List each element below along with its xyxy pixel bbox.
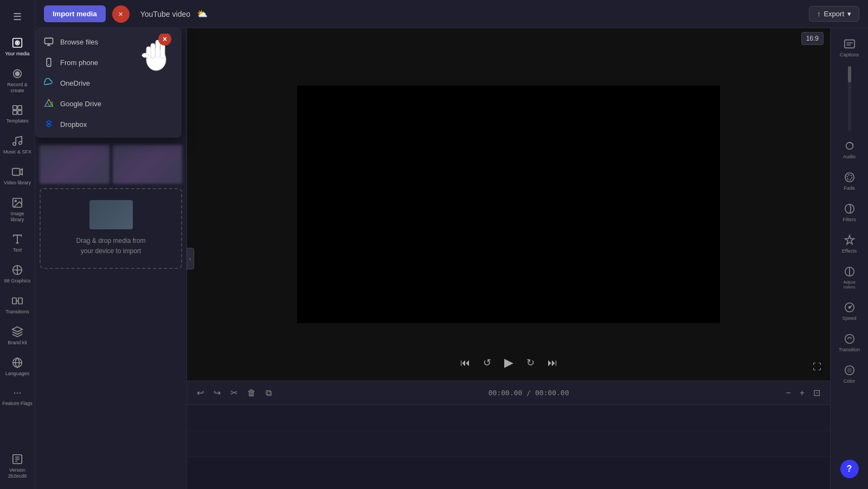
svg-rect-11 bbox=[12, 169, 20, 176]
sidebar-item-label: Brand kit bbox=[8, 340, 27, 346]
right-panel-color[interactable]: Color bbox=[831, 359, 868, 389]
duplicate-button[interactable]: ⧉ bbox=[262, 386, 275, 400]
music-icon bbox=[11, 135, 23, 147]
timeline-toolbar: ↩ ↪ ✂ 🗑 ⧉ 00:00.00 / 00:00.00 − + ⊡ bbox=[187, 381, 830, 405]
dropdown-from-phone[interactable]: From phone bbox=[35, 52, 182, 73]
transition-label: Transition bbox=[839, 347, 860, 352]
sidebar: ☰ Your media Record &create Templates bbox=[0, 0, 35, 489]
delete-button[interactable]: 🗑 bbox=[244, 386, 259, 400]
fade-label: Fade bbox=[844, 185, 855, 191]
media-icon bbox=[11, 37, 23, 49]
undo-button[interactable]: ↩ bbox=[194, 385, 207, 400]
sidebar-item-music-sfx[interactable]: Music & SFX bbox=[0, 130, 35, 160]
sidebar-item-label: Version2b2ecd6 bbox=[8, 467, 27, 479]
time-separator: / bbox=[526, 389, 531, 397]
drag-drop-text: Drag & drop media from your device to im… bbox=[76, 236, 145, 256]
sidebar-item-brand-kit[interactable]: Brand kit bbox=[0, 320, 35, 351]
phone-icon bbox=[44, 57, 54, 67]
svg-point-54 bbox=[847, 368, 851, 372]
right-panel-audio[interactable]: Audio bbox=[831, 134, 868, 165]
media-thumb bbox=[40, 145, 110, 184]
help-button[interactable]: ? bbox=[840, 460, 859, 478]
skip-back-button[interactable]: ⏮ bbox=[458, 355, 472, 371]
drag-drop-area: Drag & drop media from your device to im… bbox=[40, 188, 182, 268]
sidebar-item-video-library[interactable]: Video library bbox=[0, 160, 35, 191]
filters-label: Filters bbox=[843, 217, 856, 222]
timeline-track bbox=[187, 431, 830, 457]
timeline-track bbox=[187, 405, 830, 431]
main: Import media × YouTube video ⛅ ↑ Export … bbox=[35, 0, 868, 489]
close-icon: × bbox=[119, 10, 123, 18]
computer-icon bbox=[44, 37, 54, 47]
effects-label: Effects bbox=[842, 248, 857, 254]
right-panel-captions[interactable]: Captions bbox=[831, 33, 868, 63]
cut-button[interactable]: ✂ bbox=[227, 385, 241, 400]
fit-button[interactable]: ⊡ bbox=[810, 385, 824, 400]
audio-icon bbox=[844, 140, 856, 152]
skip-forward-button[interactable]: ⏭ bbox=[545, 355, 560, 371]
dropdown-onedrive[interactable]: OneDrive bbox=[35, 73, 182, 93]
sidebar-item-version[interactable]: Version2b2ecd6 bbox=[0, 448, 35, 485]
drag-thumb bbox=[89, 200, 133, 229]
export-button[interactable]: ↑ Export ▾ bbox=[809, 6, 859, 22]
sidebar-item-label: Templates bbox=[6, 118, 28, 124]
svg-point-45 bbox=[845, 173, 854, 182]
sidebar-item-your-media[interactable]: Your media bbox=[0, 31, 35, 62]
play-button[interactable]: ▶ bbox=[502, 353, 516, 372]
rewind-button[interactable]: ↺ bbox=[481, 355, 493, 371]
color-label: Color bbox=[844, 378, 856, 384]
collapse-panel-button[interactable]: ‹ bbox=[187, 248, 194, 269]
video-preview: ⏮ ↺ ▶ ↻ ⏭ 16:9 ⛶ bbox=[187, 28, 830, 381]
transition-icon bbox=[844, 333, 856, 345]
sidebar-item-feature-flags[interactable]: ··· Feature Flags bbox=[0, 382, 35, 412]
svg-point-52 bbox=[845, 334, 854, 344]
import-dropdown: Browse files From phone OneDrive bbox=[35, 28, 182, 138]
scroll-thumb bbox=[848, 66, 851, 82]
dropdown-dropbox[interactable]: Dropbox bbox=[35, 114, 182, 134]
speed-label: Speed bbox=[842, 316, 856, 321]
right-panel-effects[interactable]: Effects bbox=[831, 229, 868, 259]
preview-controls: ⏮ ↺ ▶ ↻ ⏭ bbox=[458, 353, 560, 372]
sidebar-item-templates[interactable]: Templates bbox=[0, 99, 35, 130]
import-close-button[interactable]: × bbox=[112, 5, 130, 23]
sidebar-item-text[interactable]: Text bbox=[0, 228, 35, 259]
sidebar-item-graphics[interactable]: 88 Graphics bbox=[0, 259, 35, 289]
svg-rect-25 bbox=[45, 38, 53, 44]
import-media-button[interactable]: Import media bbox=[44, 5, 106, 22]
forward-button[interactable]: ↻ bbox=[524, 355, 537, 371]
video-icon bbox=[11, 166, 23, 178]
dropdown-google-drive[interactable]: Google Drive bbox=[35, 93, 182, 114]
media-thumb bbox=[113, 145, 183, 184]
hamburger-icon[interactable]: ☰ bbox=[11, 9, 24, 25]
dropdown-browse-files[interactable]: Browse files bbox=[35, 31, 182, 52]
current-time: 00:00.00 bbox=[488, 389, 523, 397]
onedrive-label: OneDrive bbox=[60, 79, 90, 87]
right-panel-fade[interactable]: Fade bbox=[831, 166, 868, 196]
zoom-in-button[interactable]: + bbox=[796, 385, 808, 400]
adjustcolors-icon bbox=[844, 266, 856, 278]
zoom-out-button[interactable]: − bbox=[782, 385, 794, 400]
right-panel-transition[interactable]: Transition bbox=[831, 327, 868, 358]
svg-point-51 bbox=[848, 307, 850, 308]
right-panel-speed[interactable]: Speed bbox=[831, 296, 868, 326]
sidebar-item-languages[interactable]: Languages bbox=[0, 351, 35, 382]
total-time: 00:00.00 bbox=[535, 389, 569, 397]
timeline-track-area bbox=[187, 405, 830, 489]
media-panel: Browse files From phone OneDrive bbox=[35, 28, 187, 489]
sidebar-item-image-library[interactable]: Imagelibrary bbox=[0, 191, 35, 228]
right-panel-adjust-colors[interactable]: Adjustcolors bbox=[831, 260, 868, 295]
help-icon: ? bbox=[847, 464, 852, 474]
sidebar-top: ☰ bbox=[0, 4, 35, 31]
right-panel-filters[interactable]: Filters bbox=[831, 197, 868, 228]
sidebar-item-label: Music & SFX bbox=[3, 149, 31, 155]
fullscreen-button[interactable]: ⛶ bbox=[813, 362, 821, 372]
redo-button[interactable]: ↪ bbox=[210, 385, 224, 400]
audio-label: Audio bbox=[843, 154, 856, 159]
sidebar-item-record-create[interactable]: Record &create bbox=[0, 62, 35, 99]
content-row: Browse files From phone OneDrive bbox=[35, 28, 868, 489]
sidebar-item-transitions[interactable]: Transitions bbox=[0, 289, 35, 320]
filters-icon bbox=[844, 203, 856, 215]
svg-rect-41 bbox=[844, 40, 854, 48]
topbar-right: ↑ Export ▾ bbox=[809, 6, 859, 22]
browse-files-label: Browse files bbox=[60, 38, 98, 46]
